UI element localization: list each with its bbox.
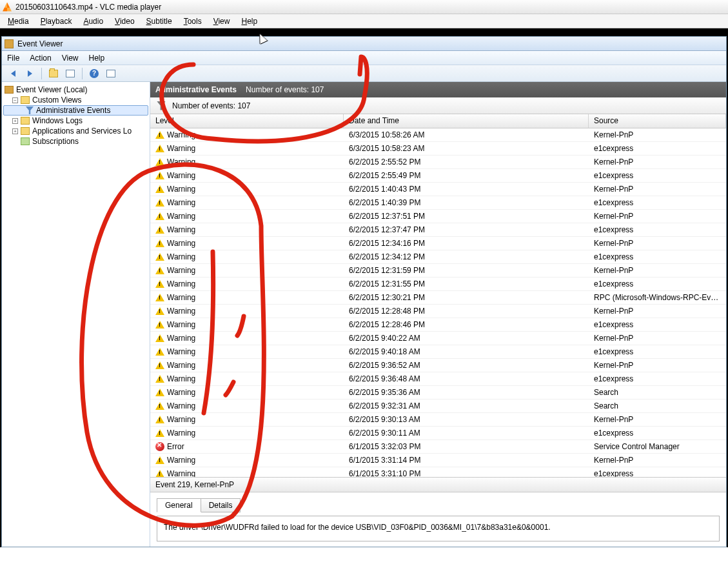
show-tree-button[interactable] [46, 67, 61, 80]
vlc-titlebar[interactable]: 20150603110643.mp4 - VLC media player [0, 0, 728, 14]
tree-root[interactable]: Event Viewer (Local) [3, 85, 148, 95]
folder-icon [21, 127, 30, 135]
tree-subscriptions[interactable]: Subscriptions [3, 136, 148, 147]
arrow-right-icon [28, 70, 32, 77]
collapse-icon[interactable]: − [12, 97, 18, 103]
tree-label: Custom Views [32, 96, 81, 105]
table-row[interactable]: Warning6/2/2015 12:37:47 PMe1cexpress [150, 223, 726, 237]
tree-apps-services-logs[interactable]: + Applications and Services Lo [3, 126, 148, 136]
event-viewer-icon [5, 39, 14, 48]
source-text: e1cexpress [589, 320, 726, 329]
table-row[interactable]: Warning6/2/2015 12:31:55 PMe1cexpress [150, 278, 726, 291]
expand-icon[interactable]: + [12, 118, 18, 124]
warning-icon [155, 361, 164, 370]
vlc-video-area: Event Viewer File Action View Help ? Eve… [0, 28, 728, 547]
ev-tree[interactable]: Event Viewer (Local) − Custom Views Admi… [2, 82, 150, 547]
tab-general[interactable]: General [157, 498, 201, 512]
ev-title: Event Viewer [17, 39, 63, 48]
warning-icon [155, 456, 164, 465]
table-row[interactable]: Warning6/2/2015 9:35:36 AMSearch [150, 386, 726, 399]
tree-administrative-events[interactable]: Administrative Events [3, 105, 148, 116]
level-text: Warning [167, 279, 195, 288]
ev-menu-view[interactable]: View [62, 54, 79, 63]
ev-menu-action[interactable]: Action [30, 54, 51, 63]
table-row[interactable]: Warning6/2/2015 12:34:12 PMe1cexpress [150, 250, 726, 264]
level-text: Warning [167, 320, 195, 329]
table-row[interactable]: Warning6/2/2015 12:28:48 PMKernel-PnP [150, 305, 726, 318]
date-text: 6/2/2015 9:40:18 AM [344, 347, 589, 356]
back-button[interactable] [6, 67, 20, 80]
table-row[interactable]: Warning6/1/2015 3:31:10 PMe1cexpress [150, 467, 726, 478]
level-text: Warning [167, 171, 195, 180]
table-row[interactable]: Warning6/3/2015 10:58:26 AMKernel-PnP [150, 128, 726, 142]
warning-icon [155, 429, 164, 438]
properties-icon [66, 70, 75, 77]
date-text: 6/1/2015 3:31:10 PM [344, 469, 589, 478]
preview-pane-button[interactable] [104, 67, 118, 80]
toolbar-separator [82, 68, 83, 79]
table-row[interactable]: Warning6/2/2015 12:34:16 PMKernel-PnP [150, 237, 726, 250]
expand-icon[interactable]: + [12, 128, 18, 134]
table-row[interactable]: Warning6/2/2015 2:55:49 PMe1cexpress [150, 169, 726, 183]
warning-icon [155, 307, 164, 316]
table-row[interactable]: Warning6/2/2015 12:37:51 PMKernel-PnP [150, 210, 726, 223]
col-date[interactable]: Date and Time [344, 114, 589, 128]
source-text: Kernel-PnP [589, 415, 726, 424]
table-row[interactable]: Warning6/2/2015 1:40:39 PMe1cexpress [150, 196, 726, 210]
vlc-menubar: Media Playback Audio Video Subtitle Tool… [0, 14, 728, 28]
vlc-menu-media[interactable]: Media [8, 17, 29, 26]
vlc-menu-view[interactable]: View [213, 17, 230, 26]
date-text: 6/2/2015 12:34:16 PM [344, 239, 589, 248]
table-row[interactable]: Warning6/2/2015 12:28:46 PMe1cexpress [150, 318, 726, 332]
vlc-menu-playback[interactable]: Playback [41, 17, 72, 26]
table-row[interactable]: Warning6/2/2015 9:32:31 AMSearch [150, 399, 726, 413]
tab-details[interactable]: Details [201, 498, 241, 512]
vlc-menu-subtitle[interactable]: Subtitle [146, 17, 172, 26]
ev-menu-help[interactable]: Help [89, 54, 105, 63]
source-text: Kernel-PnP [589, 266, 726, 275]
tree-custom-views[interactable]: − Custom Views [3, 95, 148, 105]
source-text: RPC (Microsoft-Windows-RPC-Events) [589, 293, 726, 302]
warning-icon [155, 388, 164, 397]
event-list[interactable]: Warning6/3/2015 10:58:26 AMKernel-PnPWar… [150, 128, 726, 478]
source-text: e1cexpress [589, 171, 726, 180]
forward-button[interactable] [23, 67, 37, 80]
table-row[interactable]: Warning6/2/2015 9:30:13 AMKernel-PnP [150, 413, 726, 427]
folder-icon [49, 70, 58, 77]
table-row[interactable]: Warning6/2/2015 12:30:21 PMRPC (Microsof… [150, 291, 726, 305]
main-header-light: Number of events: 107 [150, 97, 726, 114]
warning-icon [155, 266, 164, 275]
table-row[interactable]: Warning6/2/2015 9:36:52 AMKernel-PnP [150, 359, 726, 372]
source-text: e1cexpress [589, 374, 726, 383]
vlc-menu-help[interactable]: Help [241, 17, 257, 26]
vlc-menu-tools[interactable]: Tools [184, 17, 202, 26]
help-button[interactable]: ? [87, 67, 101, 80]
vlc-menu-audio[interactable]: Audio [83, 17, 103, 26]
tree-windows-logs[interactable]: + Windows Logs [3, 116, 148, 126]
subscriptions-icon [21, 137, 30, 145]
col-level[interactable]: Level [150, 114, 344, 128]
date-text: 6/2/2015 9:36:52 AM [344, 361, 589, 370]
table-row[interactable]: Warning6/2/2015 2:55:52 PMKernel-PnP [150, 156, 726, 169]
properties-button[interactable] [63, 67, 77, 80]
table-row[interactable]: Warning6/2/2015 1:40:43 PMKernel-PnP [150, 183, 726, 196]
date-text: 6/2/2015 12:31:59 PM [344, 266, 589, 275]
table-row[interactable]: Warning6/2/2015 9:30:11 AMe1cexpress [150, 427, 726, 440]
source-text: Kernel-PnP [589, 361, 726, 370]
level-text: Warning [167, 144, 195, 153]
ev-titlebar[interactable]: Event Viewer [2, 37, 726, 51]
warning-icon [155, 320, 164, 329]
col-source[interactable]: Source [589, 114, 726, 128]
table-row[interactable]: Warning6/2/2015 12:31:59 PMKernel-PnP [150, 264, 726, 278]
table-row[interactable]: Warning6/2/2015 9:40:18 AMe1cexpress [150, 345, 726, 359]
table-row[interactable]: Warning6/2/2015 9:36:48 AMe1cexpress [150, 372, 726, 386]
pane-icon [106, 70, 115, 77]
table-row[interactable]: Error6/1/2015 3:32:03 PMService Control … [150, 440, 726, 454]
vlc-menu-video[interactable]: Video [115, 17, 134, 26]
table-row[interactable]: Warning6/1/2015 3:31:14 PMKernel-PnP [150, 454, 726, 467]
table-row[interactable]: Warning6/3/2015 10:58:23 AMe1cexpress [150, 142, 726, 156]
ev-menu-file[interactable]: File [7, 54, 19, 63]
date-text: 6/2/2015 9:30:11 AM [344, 429, 589, 438]
filter-icon[interactable] [157, 101, 166, 110]
table-row[interactable]: Warning6/2/2015 9:40:22 AMKernel-PnP [150, 332, 726, 345]
